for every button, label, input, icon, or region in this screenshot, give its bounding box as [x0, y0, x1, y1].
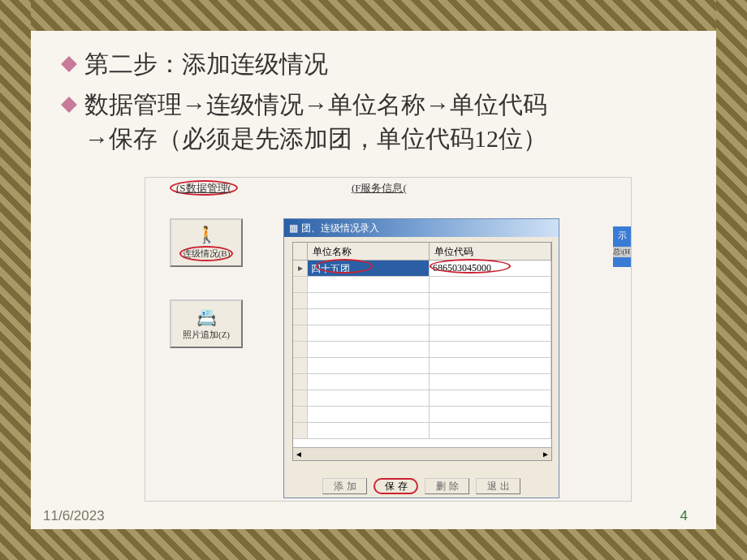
- btn-add[interactable]: 添加: [322, 478, 367, 494]
- btn-lianji-info[interactable]: 🚶 连级情况(B): [170, 218, 243, 267]
- dialog-title-text: 团、连级情况录入: [301, 222, 379, 235]
- frag-text-1: 示: [613, 226, 631, 242]
- right-panel-fragment: 示 总\(H: [613, 226, 631, 267]
- btn-delete[interactable]: 删除: [425, 478, 469, 494]
- bullet-diamond-icon: [61, 56, 77, 72]
- table-row[interactable]: [293, 390, 551, 407]
- col-unit-code[interactable]: 单位代码: [430, 243, 551, 260]
- frag-text-2: 总\(H: [613, 247, 631, 257]
- grid-header: 单位名称 单位代码: [293, 243, 551, 261]
- scroll-right-icon[interactable]: ►: [542, 450, 550, 459]
- menu-data-management[interactable]: (S数据管理(: [170, 181, 238, 196]
- row-marker: ▸: [293, 261, 308, 276]
- scroll-left-icon[interactable]: ◄: [295, 450, 303, 459]
- table-row[interactable]: [293, 277, 551, 293]
- btn-label-1: 连级情况(B): [179, 246, 234, 261]
- table-row[interactable]: [293, 374, 551, 390]
- slide-border-right: [716, 0, 747, 560]
- slide-content: 第二步：添加连级情况 数据管理→连级情况→单位名称→单位代码 →保存（必须是先添…: [31, 31, 716, 529]
- menu-bar: (S数据管理( (F服务信息(: [145, 178, 631, 199]
- col-unit-name[interactable]: 单位名称: [308, 243, 430, 260]
- cell-unit-code[interactable]: 686503045000: [430, 261, 551, 276]
- slide-border-top: [0, 0, 747, 31]
- table-row[interactable]: ▸ 四十五团 686503045000: [293, 261, 551, 277]
- app-screenshot: (S数据管理( (F服务信息( 🚶 连级情况(B) 📇 照片追加(Z) ▦ 团、…: [145, 177, 632, 502]
- window-icon: ▦: [289, 222, 298, 235]
- btn-label-2: 照片追加(Z): [183, 329, 230, 341]
- bullet-text-2a: 数据管理→连级情况→单位名称→单位代码: [84, 88, 547, 122]
- bullet-text-1: 第二步：添加连级情况: [84, 47, 328, 81]
- footer-page-number: 4: [680, 508, 688, 524]
- bullet-line-2: 数据管理→连级情况→单位名称→单位代码: [63, 88, 716, 122]
- btn-exit[interactable]: 退出: [476, 478, 520, 494]
- menu-highlight: (S数据管理(: [170, 180, 238, 196]
- table-row[interactable]: [293, 342, 551, 358]
- menu-service-info[interactable]: (F服务信息(: [352, 181, 407, 196]
- sidebar: 🚶 连级情况(B) 📇 照片追加(Z): [170, 218, 267, 381]
- table-row[interactable]: [293, 325, 551, 342]
- footer-date: 11/6/2023: [43, 508, 105, 524]
- slide-border-left: [0, 0, 31, 560]
- table-row[interactable]: [293, 309, 551, 325]
- bullet-diamond-icon: [61, 97, 77, 113]
- data-grid[interactable]: 单位名称 单位代码 ▸ 四十五团 686503045000: [292, 242, 552, 461]
- slide-border-bottom: [0, 529, 747, 560]
- dialog-unit-entry: ▦ 团、连级情况录入 单位名称 单位代码 ▸ 四十五团 68650304500: [283, 218, 559, 498]
- cell-unit-name[interactable]: 四十五团: [308, 261, 430, 276]
- btn-photo-append[interactable]: 📇 照片追加(Z): [170, 299, 243, 348]
- btn-save[interactable]: 保存: [374, 478, 418, 494]
- person-icon: 🚶: [196, 225, 217, 244]
- table-row[interactable]: [293, 358, 551, 374]
- highlight-oval-name: [316, 259, 373, 274]
- highlight-oval-code: [430, 259, 511, 274]
- dialog-buttons: 添加 保存 删除 退出: [284, 478, 559, 494]
- table-row[interactable]: [293, 407, 551, 423]
- table-row[interactable]: [293, 423, 551, 439]
- horizontal-scrollbar[interactable]: ◄ ►: [293, 447, 551, 460]
- dialog-titlebar: ▦ 团、连级情况录入: [284, 219, 559, 237]
- bullet-text-2b: →保存（必须是先添加团，单位代码12位）: [84, 122, 716, 156]
- col-marker: [293, 243, 308, 260]
- bullet-line-1: 第二步：添加连级情况: [63, 47, 716, 81]
- photo-icon: 📇: [196, 308, 217, 327]
- table-row[interactable]: [293, 293, 551, 309]
